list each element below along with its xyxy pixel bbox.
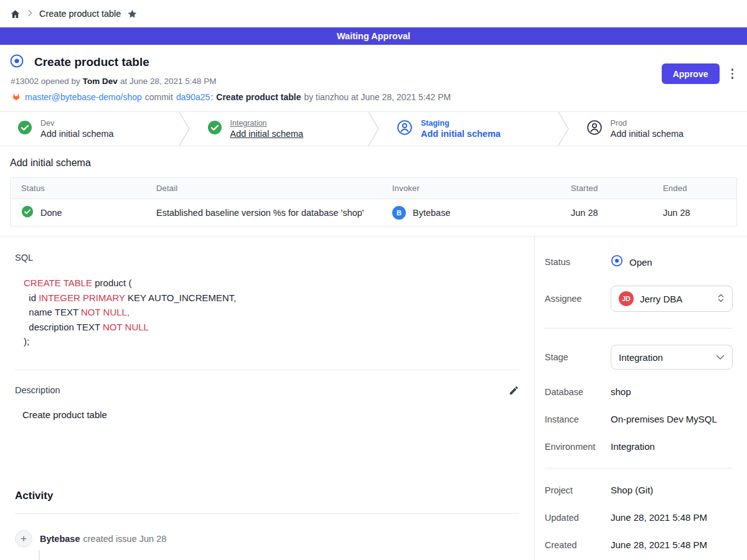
stage-separator <box>179 112 190 146</box>
chevrons-up-down-icon <box>717 293 725 305</box>
status-label: Status <box>545 257 611 267</box>
breadcrumb: Create product table <box>0 0 747 27</box>
stage-task-label: Add initial schema <box>40 129 114 139</box>
stage-integration[interactable]: Integration Add initial schema <box>190 112 369 146</box>
task-section: Add initial schema Status Detail Invoker… <box>0 146 747 226</box>
column-header-invoker: Invoker <box>382 178 560 198</box>
avatar: JD <box>619 291 634 306</box>
environment-label: Environment <box>545 442 611 452</box>
divider <box>545 328 733 329</box>
activity-actor: Bytebase <box>40 534 80 544</box>
issue-detail-column: SQL CREATE TABLE product ( id INTEGER PR… <box>0 236 534 560</box>
divider <box>15 370 519 370</box>
description-text[interactable]: Create product table <box>22 409 519 420</box>
stage-env-label: Staging <box>421 119 500 128</box>
approval-banner-text: Waiting Approval <box>337 31 410 41</box>
sql-code-line: description TEXT NOT NULL <box>24 320 519 335</box>
instance-value: On-premises Dev MySQL <box>611 414 733 424</box>
task-status: Done <box>40 208 62 218</box>
column-header-ended: Ended <box>652 178 736 198</box>
stage-label: Stage <box>545 352 611 362</box>
check-circle-icon <box>17 120 32 138</box>
task-started: Jun 28 <box>560 202 652 224</box>
task-detail: Established baseline version %s for data… <box>146 202 382 224</box>
git-branch-link[interactable]: master@bytebase-demo/shop <box>25 92 142 102</box>
task-section-heading: Add initial schema <box>10 157 737 169</box>
divider <box>15 513 519 514</box>
issue-meta-prefix: #13002 opened by <box>11 77 80 86</box>
pipeline-stage-bar: Dev Add initial schema Integration Add i… <box>0 111 747 146</box>
environment-value: Integration <box>611 441 733 452</box>
git-commit-hash-link[interactable]: da90a25 <box>176 92 210 102</box>
sql-code-line: name TEXT NOT NULL, <box>24 305 519 320</box>
database-label: Database <box>545 387 611 397</box>
stage-staging[interactable]: Staging Add initial schema <box>379 112 558 146</box>
updated-label: Updated <box>545 513 611 523</box>
issue-author: Tom Dev <box>83 77 118 86</box>
assignee-select[interactable]: JD Jerry DBA <box>611 286 733 312</box>
main-area: SQL CREATE TABLE product ( id INTEGER PR… <box>0 236 747 560</box>
home-icon[interactable] <box>10 9 21 19</box>
assignee-label: Assignee <box>545 294 611 304</box>
created-label: Created <box>545 540 611 550</box>
sql-code-line: ); <box>24 334 519 349</box>
stage-env-label: Dev <box>40 119 114 128</box>
stage-task-label: Add initial schema <box>421 129 500 139</box>
issue-sidebar: Status Open Assignee JD Jerry DBA <box>534 236 747 560</box>
assignee-value: Jerry DBA <box>640 294 711 304</box>
circle-dot-icon <box>611 254 623 269</box>
stage-separator <box>368 112 379 146</box>
chevron-right-icon <box>27 8 33 19</box>
approve-button[interactable]: Approve <box>662 63 720 84</box>
bytebase-issue-page: Create product table Waiting Approval Cr… <box>0 0 747 560</box>
task-table-row[interactable]: Done Established baseline version %s for… <box>11 199 736 226</box>
git-commit-message: Create product table <box>216 92 301 102</box>
column-header-started: Started <box>560 178 652 198</box>
activity-item: + Bytebase created issue Jun 28 <box>15 530 519 548</box>
stage-dev[interactable]: Dev Add initial schema <box>0 112 179 146</box>
task-invoker: Bytebase <box>413 208 450 218</box>
avatar: B <box>392 206 406 220</box>
issue-header: Create product table #13002 opened by To… <box>0 45 747 111</box>
activity-heading: Activity <box>15 490 519 502</box>
sql-section-label: SQL <box>15 253 519 263</box>
stage-env-label: Prod <box>611 119 684 128</box>
git-commit-byline: by tianzhou at June 28, 2021 5:42 PM <box>304 92 451 102</box>
activity-detail: created issue Jun 28 <box>83 534 166 544</box>
stage-task-label: Add initial schema <box>611 129 684 139</box>
stage-select[interactable]: Integration <box>611 345 733 370</box>
approval-banner: Waiting Approval <box>0 27 747 45</box>
updated-value: June 28, 2021 5:48 PM <box>611 512 733 523</box>
instance-label: Instance <box>545 414 611 424</box>
divider <box>545 468 733 469</box>
sql-code: CREATE TABLE product ( id INTEGER PRIMAR… <box>24 276 519 349</box>
pencil-icon[interactable] <box>509 385 519 396</box>
chevron-down-icon <box>716 353 725 362</box>
task-table-header: Status Detail Invoker Started Ended <box>11 178 736 199</box>
git-commit-row: master@bytebase-demo/shop commit da90a25… <box>11 91 737 103</box>
circle-dot-icon <box>10 54 24 70</box>
sql-code-line: CREATE TABLE product ( <box>24 276 519 291</box>
git-separator: : <box>210 92 213 102</box>
star-icon[interactable] <box>127 9 138 19</box>
stage-task-label: Add initial schema <box>230 129 304 139</box>
sql-code-line: id INTEGER PRIMARY KEY AUTO_INCREMENT, <box>24 291 519 306</box>
project-value: Shop (Git) <box>611 485 733 495</box>
task-table: Status Detail Invoker Started Ended Done… <box>10 177 737 226</box>
task-ended: Jun 28 <box>652 202 736 224</box>
project-label: Project <box>545 485 611 495</box>
stage-separator <box>558 112 569 146</box>
stage-value: Integration <box>619 352 710 363</box>
stage-prod[interactable]: Prod Add initial schema <box>569 112 747 146</box>
check-circle-icon <box>207 120 222 138</box>
column-header-detail: Detail <box>146 178 382 198</box>
issue-meta-suffix: at June 28, 2021 5:48 PM <box>120 77 217 86</box>
breadcrumb-page-title: Create product table <box>39 9 121 19</box>
activity-timeline-connector <box>39 550 40 560</box>
plus-icon[interactable]: + <box>15 530 32 548</box>
check-circle-icon <box>21 205 34 220</box>
issue-meta: #13002 opened by Tom Dev at June 28, 202… <box>11 77 737 86</box>
status-value: Open <box>629 257 652 268</box>
kebab-menu-icon[interactable] <box>728 66 738 82</box>
stage-env-label: Integration <box>230 119 304 128</box>
